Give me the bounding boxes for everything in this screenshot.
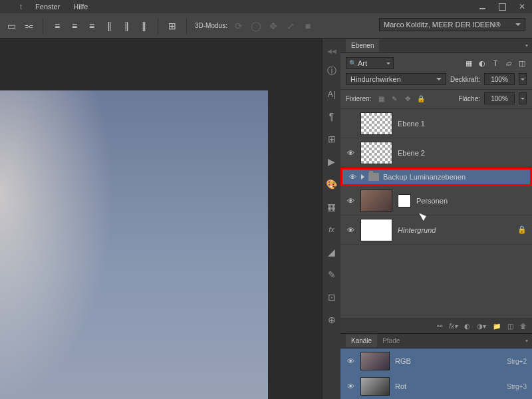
eye-icon[interactable]: 👁 (346, 225, 355, 235)
dist-icon[interactable]: ≡ (51, 20, 63, 32)
3d-icon[interactable]: ✥ (267, 20, 279, 32)
lock-transparent-icon[interactable]: ▦ (376, 94, 386, 103)
layer-row[interactable]: 👁 Hintergrund 🔒 (340, 215, 532, 245)
eye-icon[interactable]: 👁 (346, 148, 355, 158)
disclosure-icon[interactable] (361, 174, 364, 180)
window-close[interactable] (512, 0, 532, 13)
filter-type-icon[interactable]: T (491, 59, 500, 68)
info-icon[interactable]: ⓘ (326, 65, 338, 77)
eye-icon[interactable]: 👁 (346, 196, 355, 205)
channel-name: RGB (395, 357, 411, 365)
menu-fenster[interactable]: Fenster (29, 1, 66, 13)
channel-row[interactable]: 👁 RGB Strg+2 (340, 348, 532, 374)
channel-shortcut: Strg+3 (507, 383, 527, 390)
3d-icon[interactable]: ■ (302, 20, 314, 32)
mask-thumb[interactable] (398, 194, 411, 207)
menu-cut[interactable]: t (13, 1, 29, 13)
lock-paint-icon[interactable]: ✎ (390, 94, 399, 103)
channel-shortcut: Strg+2 (507, 358, 527, 365)
channel-thumb[interactable] (360, 352, 390, 370)
layer-filter-icons: ▦ ◐ T ▱ ◫ (464, 59, 527, 68)
auto-icon[interactable]: ⊞ (166, 20, 178, 32)
layer-name[interactable]: Ebene 1 (398, 120, 425, 128)
layer-row[interactable]: 👁 Personen (340, 186, 532, 215)
layer-filter-kind[interactable]: Art (346, 57, 394, 69)
layer-name[interactable]: Ebene 2 (398, 149, 425, 157)
character-icon[interactable]: A| (326, 88, 338, 100)
align-icon[interactable]: ⫗ (23, 20, 35, 32)
layer-row[interactable]: 👁 Ebene 1 (340, 109, 532, 138)
tool-icon[interactable]: ◢ (326, 246, 338, 258)
paragraph-icon[interactable]: ¶ (326, 110, 338, 122)
fx-icon[interactable]: fx (326, 223, 338, 235)
channels-panel-header: Kanäle Pfade (340, 334, 532, 348)
layer-thumb[interactable] (360, 190, 392, 212)
lock-all-icon[interactable]: 🔒 (416, 94, 426, 103)
new-icon[interactable]: ◫ (507, 323, 513, 330)
window-minimize[interactable] (472, 0, 492, 13)
brush-icon[interactable]: ✎ (326, 269, 338, 281)
channel-name: Rot (395, 382, 406, 390)
layer-name[interactable]: Hintergrund (398, 226, 436, 234)
dist-icon[interactable]: ‖ (103, 20, 115, 32)
grid-icon[interactable]: ▦ (326, 201, 338, 213)
fill-input[interactable]: 100% (484, 92, 515, 104)
layer-name[interactable]: Backup Luminanzebenen (383, 173, 466, 181)
dist-icon[interactable]: ‖ (120, 20, 132, 32)
layers-panel-header: Ebenen (340, 39, 532, 53)
filter-smart-icon[interactable]: ◫ (517, 59, 527, 68)
lock-label: Fixieren: (346, 95, 371, 102)
window-maximize[interactable] (492, 0, 512, 13)
layer-group-selected[interactable]: 👁 Backup Luminanzebenen (340, 168, 532, 186)
style-icon[interactable]: ⊞ (326, 133, 338, 145)
lock-move-icon[interactable]: ✥ (403, 94, 412, 103)
dist-icon[interactable]: ‖ (138, 20, 150, 32)
dist-icon[interactable]: ≡ (86, 20, 98, 32)
blend-mode-select[interactable]: Hindurchwirken (346, 73, 446, 85)
folder-icon[interactable]: 📁 (493, 323, 501, 330)
layer-thumb[interactable] (360, 142, 392, 164)
preset-icon[interactable]: ⊡ (326, 291, 338, 303)
layer-thumb[interactable] (360, 219, 392, 241)
fill-stepper[interactable] (519, 92, 527, 104)
eye-icon[interactable]: 👁 (346, 382, 355, 391)
adjust-icon[interactable]: ◑▾ (477, 323, 486, 330)
swatch-icon[interactable]: 🎨 (326, 178, 338, 190)
trash-icon[interactable]: 🗑 (520, 323, 527, 330)
opacity-input[interactable]: 100% (484, 73, 515, 85)
tab-ebenen[interactable]: Ebenen (346, 39, 379, 52)
mask-icon[interactable]: ◐ (464, 323, 470, 330)
dist-icon[interactable]: ≡ (68, 20, 80, 32)
layer-name[interactable]: Personen (416, 197, 448, 205)
mode3d-label: 3D-Modus: (195, 22, 227, 29)
link-icon[interactable]: ⚯ (437, 323, 442, 330)
canvas[interactable] (0, 90, 268, 399)
folder-icon (368, 173, 379, 181)
tab-pfade[interactable]: Pfade (377, 334, 405, 347)
3d-icon[interactable]: ◯ (250, 20, 262, 32)
align-icon[interactable]: ▭ (5, 20, 17, 32)
opacity-stepper[interactable] (519, 73, 527, 85)
3d-icon[interactable]: ⤢ (285, 20, 297, 32)
filter-image-icon[interactable]: ▦ (464, 59, 473, 68)
filter-adjust-icon[interactable]: ◐ (477, 59, 487, 68)
layer-thumb[interactable] (360, 112, 392, 135)
eye-icon[interactable]: 👁 (346, 356, 355, 366)
fill-label: Fläche: (458, 95, 480, 102)
layers-list: 👁 Ebene 1 👁 Ebene 2 👁 Backup Luminanzebe… (340, 109, 532, 319)
fx-icon[interactable]: fx▾ (449, 323, 458, 330)
filter-shape-icon[interactable]: ▱ (504, 59, 513, 68)
eye-icon[interactable]: 👁 (348, 172, 357, 182)
3d-icon[interactable]: ⟳ (233, 20, 245, 32)
canvas-area[interactable] (0, 39, 322, 399)
layers-footer: ⚯ fx▾ ◐ ◑▾ 📁 ◫ 🗑 (340, 319, 532, 333)
channel-thumb[interactable] (360, 377, 390, 396)
play-icon[interactable]: ▶ (326, 156, 338, 168)
workspace-select[interactable]: Marco Kolditz, MEER DER IDEEN® (379, 18, 525, 31)
channel-row[interactable]: 👁 Rot Strg+3 (340, 374, 532, 399)
tab-kanaele[interactable]: Kanäle (346, 334, 377, 347)
options-bar: ▭ ⫗ ≡ ≡ ≡ ‖ ‖ ‖ ⊞ 3D-Modus: ⟳ ◯ ✥ ⤢ ■ Ma… (0, 13, 532, 39)
clone-icon[interactable]: ⊕ (326, 314, 338, 326)
layer-row[interactable]: 👁 Ebene 2 (340, 138, 532, 168)
menu-hilfe[interactable]: Hilfe (66, 1, 94, 13)
